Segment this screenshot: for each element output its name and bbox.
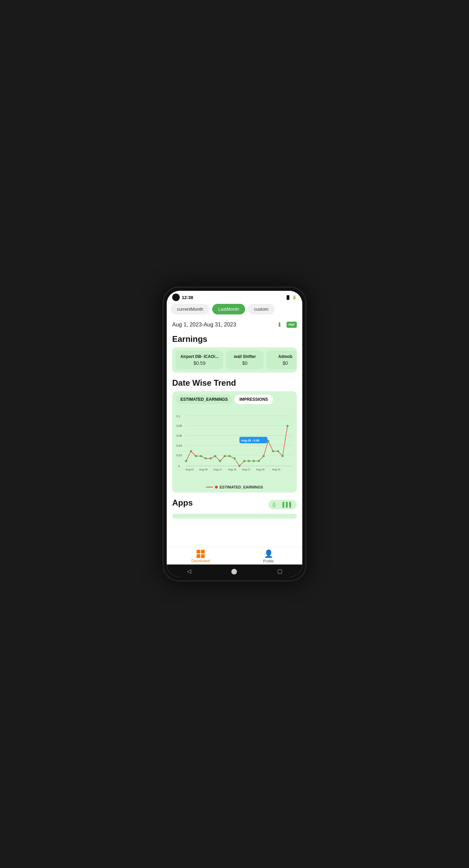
dashboard-icon: [197, 550, 205, 558]
download-icon[interactable]: ⬇: [274, 320, 284, 330]
svg-text:Aug-25 - 0.05: Aug-25 - 0.05: [241, 439, 259, 442]
earning-card-value-1: $0: [231, 360, 259, 366]
tab-current-month[interactable]: currentMonth: [171, 304, 210, 314]
apps-view-btns: {} ▌▌▌: [268, 500, 297, 509]
svg-text:0.06: 0.06: [176, 434, 182, 437]
chart-legend: ESTIMATED_EARNINGS: [176, 485, 293, 489]
earning-card-title-0: Airport DB- ICAO/...: [180, 354, 218, 359]
status-icons: ▐▌ 🔋: [285, 295, 297, 300]
earning-card-1: wall Shifter $0: [226, 351, 264, 369]
svg-marker-37: [272, 450, 275, 452]
earning-card-title-2: Admob: [271, 354, 297, 359]
svg-marker-32: [248, 460, 250, 462]
earning-card-value-2: $0: [271, 360, 297, 366]
legend-label: ESTIMATED_EARNINGS: [220, 485, 263, 489]
phone-frame: 12:38 ▐▌ 🔋 currentMonth LastMonth custom…: [163, 287, 306, 581]
earning-card-value-0: $0.59: [180, 360, 218, 366]
svg-text:Aug-11: Aug-11: [214, 468, 222, 471]
trend-title: Date Wise Trend: [172, 378, 297, 388]
svg-marker-33: [253, 460, 255, 462]
svg-text:Aug-01: Aug-01: [186, 468, 194, 471]
svg-marker-23: [204, 457, 207, 460]
back-btn[interactable]: ◁: [187, 568, 191, 574]
apps-strip: [172, 514, 297, 519]
chart-wrap: 0.1 0.08 0.06 0.04 0.02 0: [176, 408, 293, 483]
date-range-text: Aug 1, 2023-Aug 31, 2023: [172, 322, 236, 328]
trend-container: ESTIMATED_EARNINGS IMPRESSIONS 0.1 0.08 …: [172, 391, 297, 493]
camera-icon: [172, 294, 180, 301]
home-btn[interactable]: ⬤: [231, 568, 237, 574]
trend-tab-earnings[interactable]: ESTIMATED_EARNINGS: [176, 395, 232, 404]
svg-marker-40: [286, 425, 289, 427]
earning-card-2: Admob $0: [266, 351, 297, 369]
date-range-row: Aug 1, 2023-Aug 31, 2023 ⬇ PDF: [172, 320, 297, 330]
pdf-icon[interactable]: PDF: [287, 320, 297, 330]
svg-text:Aug-06: Aug-06: [199, 468, 208, 471]
nav-item-dashboard[interactable]: Dashboard: [167, 549, 234, 563]
pdf-badge: PDF: [287, 322, 297, 328]
phone-screen: 12:38 ▐▌ 🔋 currentMonth LastMonth custom…: [167, 291, 302, 577]
bar-view-btn[interactable]: ▌▌▌: [280, 501, 295, 508]
main-content: Aug 1, 2023-Aug 31, 2023 ⬇ PDF Earnings …: [167, 316, 302, 547]
nav-item-profile[interactable]: 👤 Profile: [234, 549, 302, 563]
apps-row: Apps {} ▌▌▌: [172, 498, 297, 511]
apps-title: Apps: [172, 498, 193, 508]
bottom-nav: Dashboard 👤 Profile: [167, 547, 302, 565]
earnings-container: Airport DB- ICAO/... $0.59 wall Shifter …: [172, 347, 297, 373]
android-nav: ◁ ⬤ ▢: [167, 565, 302, 577]
tab-custom[interactable]: custom: [248, 304, 275, 314]
svg-marker-24: [209, 457, 212, 460]
earnings-title: Earnings: [172, 334, 297, 344]
trend-tab-impressions[interactable]: IMPRESSIONS: [234, 395, 272, 404]
svg-text:Aug-21: Aug-21: [242, 468, 251, 471]
signal-icon: ▐▌: [285, 295, 291, 299]
svg-text:0.04: 0.04: [176, 444, 182, 447]
tab-bar: currentMonth LastMonth custom: [167, 302, 302, 316]
svg-text:0: 0: [178, 464, 180, 468]
legend-line: [206, 487, 213, 487]
profile-icon: 👤: [264, 549, 273, 558]
svg-text:0.1: 0.1: [176, 414, 180, 418]
svg-text:Aug-26: Aug-26: [256, 468, 265, 471]
svg-marker-29: [233, 457, 236, 460]
trend-tab-row: ESTIMATED_EARNINGS IMPRESSIONS: [176, 395, 293, 404]
earning-card-0: Airport DB- ICAO/... $0.59: [176, 351, 223, 369]
svg-marker-19: [185, 460, 188, 462]
date-icons: ⬇ PDF: [274, 320, 297, 330]
json-view-btn[interactable]: {}: [270, 501, 278, 508]
status-bar: 12:38 ▐▌ 🔋: [167, 291, 302, 302]
status-left: 12:38: [172, 294, 193, 301]
nav-label-profile: Profile: [263, 559, 274, 563]
svg-text:Aug-31: Aug-31: [272, 468, 281, 471]
nav-label-dashboard: Dashboard: [191, 559, 210, 563]
chart-svg: 0.1 0.08 0.06 0.04 0.02 0: [176, 408, 293, 483]
svg-text:0.08: 0.08: [176, 424, 182, 427]
status-time: 12:38: [182, 295, 193, 300]
tab-last-month[interactable]: LastMonth: [212, 304, 245, 314]
legend-dot: [215, 486, 218, 488]
battery-icon: 🔋: [292, 295, 297, 300]
svg-text:Aug-16: Aug-16: [228, 468, 237, 471]
svg-text:0.02: 0.02: [176, 454, 182, 457]
earning-card-title-1: wall Shifter: [231, 354, 259, 359]
recents-btn[interactable]: ▢: [277, 568, 282, 574]
